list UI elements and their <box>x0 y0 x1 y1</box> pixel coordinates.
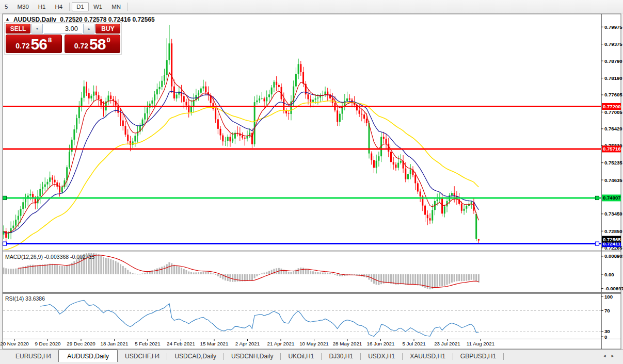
svg-text:0.77200: 0.77200 <box>603 104 621 109</box>
bid-price-main: 56 <box>31 38 47 51</box>
scroll-left-icon[interactable]: ◄ <box>602 354 611 358</box>
tab-usdcad-daily[interactable]: USDCAD,Daily <box>167 351 223 361</box>
tab-dj30-h1[interactable]: DJ30,H1 <box>322 351 360 361</box>
svg-text:70: 70 <box>604 308 610 313</box>
chart-tab-bar: EURUSD,H4 AUDUSD,Daily USDCHF,H4 USDCAD,… <box>0 349 623 364</box>
svg-text:0.79375: 0.79375 <box>604 41 622 47</box>
svg-text:2 Apr 2021: 2 Apr 2021 <box>235 341 260 346</box>
ask-price-pip: 0 <box>106 36 110 44</box>
svg-text:0.00: 0.00 <box>604 272 614 277</box>
svg-text:23 Jul 2021: 23 Jul 2021 <box>434 341 460 346</box>
svg-text:9 Dec 2020: 9 Dec 2020 <box>35 341 61 346</box>
svg-text:0.008903: 0.008903 <box>604 253 623 259</box>
volume-decrease-button[interactable]: ▼ <box>31 24 43 34</box>
svg-text:15 Mar 2021: 15 Mar 2021 <box>200 341 228 346</box>
ask-price-main: 58 <box>89 38 105 51</box>
svg-text:-0.00697: -0.00697 <box>604 286 623 291</box>
bid-price-pip: 8 <box>48 36 52 44</box>
tab-usdchf-h4[interactable]: USDCHF,H4 <box>118 351 167 361</box>
svg-text:29 Dec 2020: 29 Dec 2020 <box>67 341 95 346</box>
svg-text:0.74635: 0.74635 <box>604 177 622 183</box>
svg-text:11 Aug 2021: 11 Aug 2021 <box>467 341 494 346</box>
tab-audusd-daily[interactable]: AUDUSD,Daily <box>58 350 118 362</box>
svg-text:0.72850: 0.72850 <box>604 228 622 234</box>
ask-price-box[interactable]: 0.72 58 0 <box>65 35 121 53</box>
tab-scroll-arrows[interactable]: ◄► <box>602 354 619 358</box>
ask-price-prefix: 0.72 <box>74 42 88 50</box>
bid-price-prefix: 0.72 <box>15 42 29 50</box>
svg-text:5 Feb 2021: 5 Feb 2021 <box>135 341 161 346</box>
tab-divider <box>503 353 504 360</box>
one-click-trade-panel: SELL ▼ 3.00 ▲ BUY 0.72 56 8 0.72 58 0 <box>4 22 122 55</box>
volume-input[interactable]: 3.00 <box>44 24 82 34</box>
tab-ukoil-h1[interactable]: UKOil,H1 <box>281 351 321 361</box>
tab-xauusd-h1[interactable]: XAUUSD,H1 <box>403 351 453 361</box>
svg-text:21 Apr 2021: 21 Apr 2021 <box>267 341 295 346</box>
svg-text:16 Jun 2021: 16 Jun 2021 <box>367 341 395 346</box>
svg-text:0.74007: 0.74007 <box>603 195 621 201</box>
svg-text:0.75235: 0.75235 <box>604 160 622 166</box>
svg-text:0.77005: 0.77005 <box>604 109 622 115</box>
svg-text:100: 100 <box>604 294 613 300</box>
svg-text:30: 30 <box>604 328 610 334</box>
buy-button[interactable]: BUY <box>95 24 120 34</box>
tab-usdcnh-daily[interactable]: USDCNH,Daily <box>224 351 280 361</box>
svg-text:0.78190: 0.78190 <box>604 75 622 81</box>
sell-button[interactable]: SELL <box>6 24 30 34</box>
scroll-right-icon[interactable]: ► <box>611 354 619 358</box>
svg-text:5 Jul 2021: 5 Jul 2021 <box>402 341 425 346</box>
svg-text:0.77605: 0.77605 <box>604 92 622 97</box>
svg-text:18 Jan 2021: 18 Jan 2021 <box>101 341 129 346</box>
svg-text:28 May 2021: 28 May 2021 <box>333 341 362 346</box>
bid-price-box[interactable]: 0.72 56 8 <box>6 35 62 53</box>
svg-text:0.72565: 0.72565 <box>603 237 621 242</box>
svg-text:20 Nov 2020: 20 Nov 2020 <box>0 341 29 346</box>
tab-eurusd-h4[interactable]: EURUSD,H4 <box>8 351 58 361</box>
svg-text:24 Feb 2021: 24 Feb 2021 <box>167 341 195 346</box>
svg-text:10 May 2021: 10 May 2021 <box>299 341 329 346</box>
tab-gbpusd-h1[interactable]: GBPUSD,H1 <box>453 351 503 361</box>
svg-text:0.78790: 0.78790 <box>604 58 622 64</box>
svg-text:0.76420: 0.76420 <box>604 126 622 131</box>
chevron-up-icon: ▲ <box>87 27 91 30</box>
chevron-down-icon: ▼ <box>36 27 39 30</box>
volume-increase-button[interactable]: ▲ <box>83 24 94 34</box>
svg-text:0.75716: 0.75716 <box>603 146 621 152</box>
svg-text:0.73450: 0.73450 <box>604 211 622 217</box>
svg-text:0: 0 <box>604 334 607 340</box>
svg-text:0.79975: 0.79975 <box>604 24 622 30</box>
tab-usdx-h1[interactable]: USDX,H1 <box>361 351 402 361</box>
